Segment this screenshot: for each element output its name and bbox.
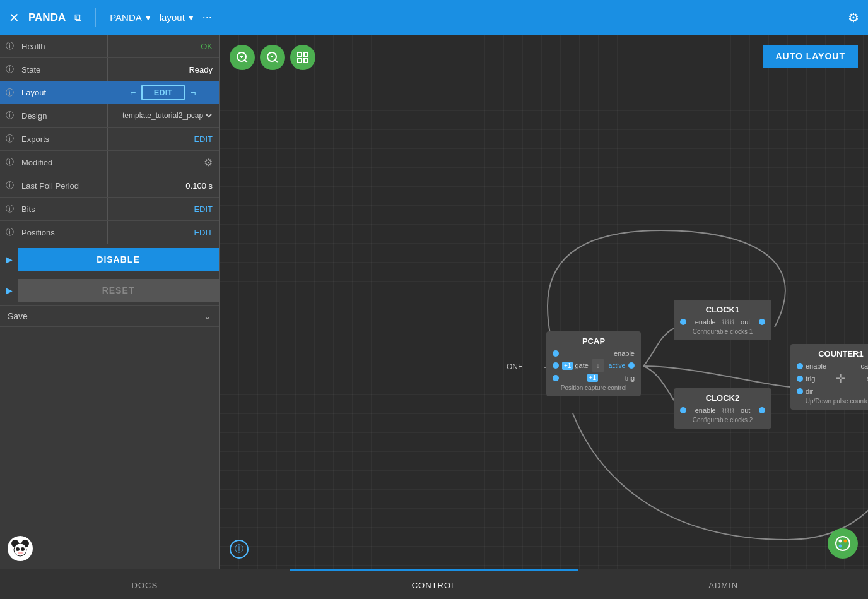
control-label: CONTROL [412,581,457,590]
health-label: Health [19,38,107,55]
svg-point-6 [18,552,23,554]
disable-button[interactable]: DISABLE [18,248,219,271]
pcap-gate-port [553,362,559,369]
design-label: Design [19,107,107,124]
nav-control[interactable]: CONTROL [290,569,579,599]
counter1-dir-port [797,388,803,394]
design-row: ⓘ Design PCAP template_tutorial2_pcap [0,104,219,128]
pcap-gate-label: gate [575,362,588,369]
canvas-area[interactable]: AUTO LAYOUT ONE PCAP enable [220,35,868,569]
layout-info-icon[interactable]: ⓘ [0,87,19,98]
nav-docs[interactable]: DOCS [0,569,290,599]
modified-label: Modified [19,154,107,171]
pcap-trig-badge: +1 [587,374,598,382]
counter1-dir-row: dir ━━━━ [797,388,868,395]
design-info-icon[interactable]: ⓘ [0,110,19,121]
clock2-wave-icon: ⌇⌇⌇⌇⌇ [722,407,734,414]
docs-label: DOCS [132,581,158,590]
clock2-port-row: enable ⌇⌇⌇⌇⌇ out [680,406,765,414]
state-info-icon[interactable]: ⓘ [0,64,19,75]
clock1-out-label: out [741,318,750,326]
layout-label: layout [160,12,185,23]
reset-row: ▶ RESET [0,275,219,306]
exports-edit-link[interactable]: EDIT [108,131,219,148]
design-select-area[interactable]: PCAP template_tutorial2_pcap [108,110,219,121]
layout-row: ⓘ Layout ⌐ EDIT ¬ [0,81,219,104]
auto-layout-button[interactable]: AUTO LAYOUT [763,45,858,68]
pcap-enable-port [553,350,559,357]
nav-admin[interactable]: ADMIN [578,569,868,599]
svg-point-4 [16,547,20,551]
state-row: ⓘ State Ready [0,58,219,81]
clock2-enable-port [680,407,686,413]
app-title: PANDA [28,11,66,24]
layout-edit-area: ⌐ EDIT ¬ [107,85,219,100]
pcap-active-port [628,362,635,369]
save-row[interactable]: Save ⌄ [0,306,219,327]
modified-info-icon[interactable]: ⓘ [0,157,19,168]
positions-info-icon[interactable]: ⓘ [0,227,19,238]
disable-row: ▶ DISABLE [0,244,219,275]
pcap-node[interactable]: PCAP enable +1 gate ↓ active +1 trig Pos… [546,331,641,396]
bits-row: ⓘ Bits EDIT [0,198,219,221]
settings-gear-icon[interactable]: ⚙ [848,10,859,25]
open-icon[interactable]: ⧉ [74,12,81,23]
health-row: ⓘ Health OK [0,35,219,58]
svg-line-13 [275,60,278,62]
layout-dropdown[interactable]: layout ▾ [160,12,194,23]
svg-rect-17 [304,59,308,62]
bits-edit-link[interactable]: EDIT [108,201,219,218]
layout-label: Layout [19,84,107,101]
layout-corner-left-icon: ⌐ [130,87,136,98]
pcap-trig-port [553,375,559,381]
clock1-subtitle: Configurable clocks 1 [680,328,765,335]
positions-edit-link[interactable]: EDIT [108,224,219,241]
design-dropdown[interactable]: template_tutorial2_pcap [120,110,214,121]
counter1-node[interactable]: COUNTER1 enable carry trig ✛ out dir ━━━… [790,344,868,410]
clock2-out-label: out [741,406,750,414]
counter1-trig-label: trig [806,375,815,383]
clock1-port-row: enable ⌇⌇⌇⌇⌇ out [680,318,765,326]
exports-info-icon[interactable]: ⓘ [0,133,19,145]
clock1-enable-label: enable [695,318,716,326]
modified-value: ⚙ [108,153,219,172]
counter1-title: COUNTER1 [797,349,868,359]
counter1-trig-port [797,376,803,382]
health-info-icon[interactable]: ⓘ [0,40,19,52]
last-poll-value: 0.100 s [108,177,219,194]
clock2-enable-label: enable [695,406,716,414]
bits-label: Bits [19,201,107,218]
more-button[interactable]: ··· [202,11,212,24]
last-poll-label: Last Poll Period [19,177,107,194]
zoom-out-button[interactable] [260,45,285,70]
svg-point-21 [839,545,842,548]
exports-row: ⓘ Exports EDIT [0,128,219,151]
clock2-node[interactable]: CLOCK2 enable ⌇⌇⌇⌇⌇ out Configurable clo… [674,388,771,429]
clock1-node[interactable]: CLOCK1 enable ⌇⌇⌇⌇⌇ out Configurable clo… [674,300,771,340]
canvas-toolbar [230,45,315,70]
bottom-nav: DOCS CONTROL ADMIN [0,569,868,599]
clock1-wave-icon: ⌇⌇⌇⌇⌇ [722,319,734,326]
fit-view-button[interactable] [290,45,315,70]
panda-avatar-area [0,528,219,569]
layout-edit-button[interactable]: EDIT [141,85,185,100]
bits-info-icon[interactable]: ⓘ [0,203,19,215]
canvas-info-button[interactable]: ⓘ [230,540,249,559]
svg-rect-14 [298,52,302,56]
pcap-trig-label: trig [625,374,635,382]
svg-point-19 [839,540,842,543]
clock2-out-port [759,407,765,413]
svg-point-5 [21,547,25,551]
counter1-dir-label: dir [806,388,813,395]
svg-rect-16 [298,59,302,62]
svg-rect-15 [304,52,308,56]
reset-button[interactable]: RESET [18,279,219,302]
svg-point-18 [836,537,850,550]
close-button[interactable]: ✕ [9,10,20,25]
palette-button[interactable] [828,528,858,559]
last-poll-info-icon[interactable]: ⓘ [0,180,19,191]
counter1-carry-label: carry [861,362,868,370]
panda-dropdown[interactable]: PANDA ▾ [110,12,151,23]
zoom-in-button[interactable] [230,45,255,70]
layout-corner-right-icon: ¬ [190,87,196,98]
